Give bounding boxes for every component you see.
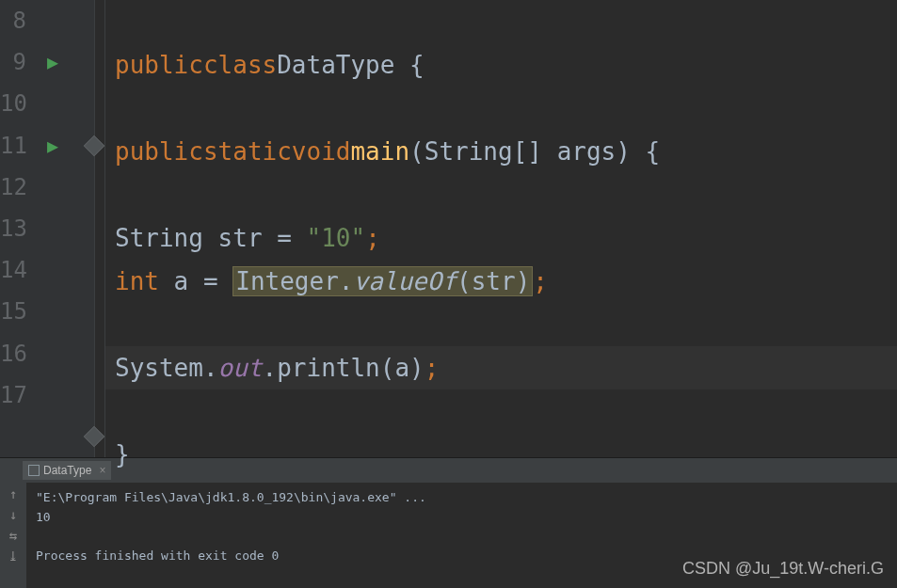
gutter-row[interactable]: 12 [0, 167, 94, 208]
gutter-divider [94, 0, 105, 457]
code-line[interactable] [105, 0, 897, 43]
code-line[interactable] [105, 87, 897, 130]
gutter-row[interactable]: 15 [0, 291, 94, 332]
brace: { [394, 51, 424, 79]
console-tab-label: DataType [43, 464, 91, 477]
gutter-row[interactable]: 11 ▶ [0, 125, 94, 167]
line-number: 16 [0, 341, 30, 367]
gutter-row[interactable]: 10 [0, 83, 94, 124]
arrow-down-icon[interactable]: ↓ [6, 507, 21, 522]
class-ref: System. [115, 354, 218, 382]
params: (String[] args) { [409, 137, 660, 166]
line-number: 15 [0, 298, 30, 325]
args: (str) [457, 267, 530, 295]
code-text: a = [159, 267, 232, 295]
window-icon [28, 465, 40, 476]
code-line-current[interactable]: System.out.println(a); [105, 346, 897, 389]
wrap-icon[interactable]: ⇆ [6, 528, 21, 543]
keyword-static: static [203, 137, 292, 166]
code-line[interactable]: } [105, 433, 897, 476]
line-number: 8 [0, 8, 30, 34]
line-number: 10 [0, 90, 30, 117]
keyword-class: class [203, 51, 277, 79]
code-line[interactable]: public class DataType { [105, 43, 897, 87]
run-icon[interactable]: ▶ [47, 135, 58, 157]
gutter-row[interactable]: 16 [0, 333, 94, 374]
gutter-row[interactable]: 13 [0, 208, 94, 249]
code-line[interactable] [105, 303, 897, 346]
code-line[interactable]: int a = Integer.valueOf(str); [105, 260, 897, 303]
method-name: main [350, 137, 409, 166]
brace: } [115, 440, 130, 469]
output-line: Process finished with exit code 0 [36, 548, 279, 563]
semicolon: ; [365, 224, 380, 252]
keyword-int: int [115, 267, 159, 295]
keyword-public: public [115, 51, 203, 79]
selection-highlight: Integer.valueOf(str) [232, 266, 533, 296]
class-ref: Integer. [235, 267, 353, 295]
scroll-icon[interactable]: ⤓ [6, 548, 21, 564]
console-tab[interactable]: DataType × [23, 461, 111, 480]
static-field: out [218, 354, 263, 382]
line-number: 14 [0, 257, 30, 283]
keyword-void: void [292, 137, 351, 166]
line-number: 11 [0, 133, 30, 159]
code-line[interactable]: public static void main(String[] args) { [105, 130, 897, 173]
semicolon: ; [533, 267, 548, 295]
keyword-public: public [115, 137, 203, 166]
string-literal: "10" [307, 224, 366, 252]
code-line[interactable] [105, 173, 897, 216]
gutter-row[interactable]: 9 ▶ [0, 41, 94, 83]
watermark: CSDN @Ju_19t.W-cheri.G [682, 559, 884, 579]
gutter-row[interactable] [0, 416, 94, 457]
gutter: 8 9 ▶ 10 11 ▶ 12 13 14 15 16 17 [0, 0, 94, 457]
run-icon[interactable]: ▶ [47, 51, 58, 73]
method-call: .println(a) [263, 354, 424, 382]
code-line[interactable]: String str = "10"; [105, 216, 897, 260]
code-text: String str = [115, 224, 307, 252]
code-area[interactable]: public class DataType { public static vo… [105, 0, 897, 457]
static-method: valueOf [353, 267, 457, 295]
output-line: "E:\Program Files\Java\jdk1.8.0_192\bin\… [36, 490, 426, 504]
line-number: 17 [0, 382, 30, 408]
line-number: 9 [0, 49, 30, 75]
line-number: 12 [0, 174, 30, 200]
gutter-row[interactable]: 8 [0, 0, 94, 41]
semicolon: ; [424, 354, 440, 382]
console-toolbar: ↑ ↓ ⇆ ⤓ [0, 483, 26, 588]
line-number: 13 [0, 215, 30, 242]
code-line[interactable] [105, 389, 897, 433]
output-line: 10 [36, 510, 51, 524]
class-name: DataType [277, 51, 394, 79]
editor-area: 8 9 ▶ 10 11 ▶ 12 13 14 15 16 17 [0, 0, 897, 457]
gutter-row[interactable]: 14 [0, 249, 94, 291]
gutter-row[interactable]: 17 [0, 374, 94, 416]
arrow-up-icon[interactable]: ↑ [6, 486, 21, 501]
